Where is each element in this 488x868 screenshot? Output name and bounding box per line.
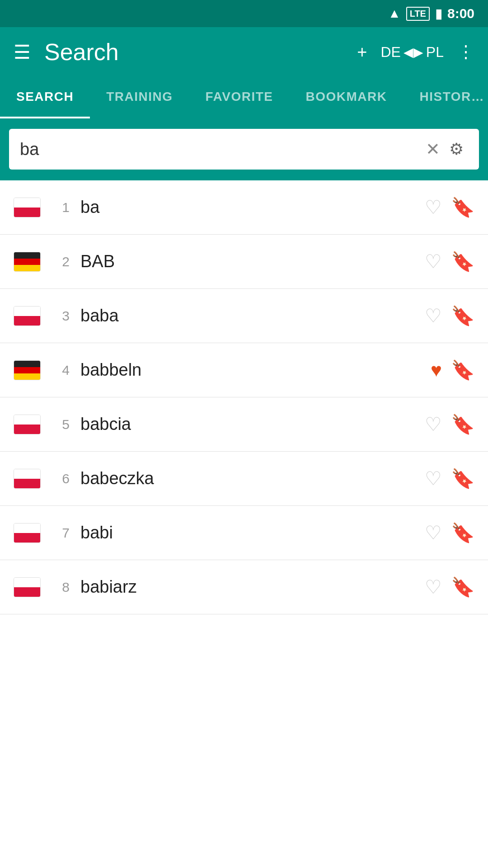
flag-pl: [14, 415, 41, 434]
search-container: ✕ ⚙: [0, 120, 488, 180]
bookmark-button[interactable]: 🔖: [451, 576, 474, 598]
app-bar: ☰ Search + DE ◀▶ PL ⋮: [0, 27, 488, 77]
item-actions: ♡ 🔖: [425, 305, 474, 327]
favorite-button[interactable]: ♡: [425, 305, 442, 327]
page-title: Search: [44, 38, 343, 66]
item-word: babiarz: [80, 577, 414, 597]
bookmark-button[interactable]: 🔖: [451, 467, 474, 490]
item-number: 3: [52, 308, 70, 324]
flag-pl: [14, 198, 41, 217]
wifi-icon: ▲: [388, 6, 401, 21]
bookmark-button[interactable]: 🔖: [451, 522, 474, 544]
item-number: 4: [52, 363, 70, 378]
list-item[interactable]: 4 babbeln ♥ 🔖: [0, 343, 488, 397]
tab-favorite[interactable]: FAVORITE: [189, 77, 290, 118]
menu-icon[interactable]: ☰: [14, 41, 31, 63]
status-icons: ▲ LTE ▮ 8:00: [388, 6, 474, 21]
bookmark-button[interactable]: 🔖: [451, 359, 474, 381]
app-bar-actions: + DE ◀▶ PL ⋮: [357, 42, 474, 62]
item-actions: ♡ 🔖: [425, 576, 474, 598]
favorite-button[interactable]: ♡: [425, 522, 442, 544]
lang-to: PL: [426, 44, 444, 61]
status-bar: ▲ LTE ▮ 8:00: [0, 0, 488, 27]
add-button[interactable]: +: [357, 42, 367, 62]
more-options-button[interactable]: ⋮: [457, 42, 474, 62]
item-actions: ♥ 🔖: [431, 359, 474, 381]
flag-pl: [14, 577, 41, 597]
tab-search[interactable]: SEARCH: [0, 77, 90, 118]
list-item[interactable]: 1 ba ♡ 🔖: [0, 180, 488, 235]
item-word: babeczka: [80, 469, 414, 488]
clock: 8:00: [447, 6, 474, 21]
lang-from: DE: [380, 44, 400, 61]
favorite-button[interactable]: ♡: [425, 250, 442, 273]
bookmark-button[interactable]: 🔖: [451, 250, 474, 273]
language-switcher[interactable]: DE ◀▶ PL: [380, 44, 444, 61]
favorite-button[interactable]: ♡: [425, 413, 442, 435]
list-item[interactable]: 6 babeczka ♡ 🔖: [0, 452, 488, 506]
flag-pl: [14, 523, 41, 543]
item-actions: ♡ 🔖: [425, 522, 474, 544]
favorite-button[interactable]: ♡: [425, 196, 442, 218]
clear-search-button[interactable]: ✕: [421, 135, 445, 164]
bookmark-button[interactable]: 🔖: [451, 413, 474, 435]
favorite-button[interactable]: ♡: [425, 467, 442, 490]
item-actions: ♡ 🔖: [425, 413, 474, 435]
list-item[interactable]: 2 BAB ♡ 🔖: [0, 235, 488, 289]
bookmark-button[interactable]: 🔖: [451, 196, 474, 218]
search-box: ✕ ⚙: [9, 129, 479, 170]
favorite-button[interactable]: ♥: [431, 359, 442, 381]
tab-training[interactable]: TRAINING: [90, 77, 189, 118]
item-actions: ♡ 🔖: [425, 250, 474, 273]
word-list: 1 ba ♡ 🔖 2 BAB ♡ 🔖 3 baba ♡ 🔖: [0, 180, 488, 614]
favorite-button[interactable]: ♡: [425, 576, 442, 598]
item-actions: ♡ 🔖: [425, 467, 474, 490]
item-word: baba: [80, 306, 414, 326]
item-number: 5: [52, 417, 70, 432]
item-actions: ♡ 🔖: [425, 196, 474, 218]
item-word: babbeln: [80, 360, 420, 380]
lang-arrows-icon: ◀▶: [404, 45, 423, 60]
search-settings-button[interactable]: ⚙: [445, 135, 468, 163]
list-item[interactable]: 8 babiarz ♡ 🔖: [0, 560, 488, 614]
item-word: babcia: [80, 415, 414, 434]
item-number: 8: [52, 580, 70, 595]
battery-icon: ▮: [435, 6, 442, 21]
item-number: 2: [52, 254, 70, 269]
flag-pl: [14, 469, 41, 489]
item-word: ba: [80, 198, 414, 217]
tab-history[interactable]: HISTOR…: [404, 77, 488, 118]
item-number: 1: [52, 200, 70, 215]
tab-bookmark[interactable]: BOOKMARK: [290, 77, 404, 118]
item-word: babi: [80, 523, 414, 542]
tab-bar: SEARCH TRAINING FAVORITE BOOKMARK HISTOR…: [0, 77, 488, 120]
flag-de: [14, 360, 41, 380]
search-input[interactable]: [20, 140, 421, 159]
flag-de: [14, 252, 41, 272]
list-item[interactable]: 7 babi ♡ 🔖: [0, 506, 488, 560]
item-number: 6: [52, 471, 70, 486]
item-number: 7: [52, 525, 70, 541]
lte-badge: LTE: [406, 7, 430, 21]
item-word: BAB: [80, 252, 414, 271]
bookmark-button[interactable]: 🔖: [451, 305, 474, 327]
flag-pl: [14, 306, 41, 326]
list-item[interactable]: 5 babcia ♡ 🔖: [0, 397, 488, 452]
list-item[interactable]: 3 baba ♡ 🔖: [0, 289, 488, 343]
